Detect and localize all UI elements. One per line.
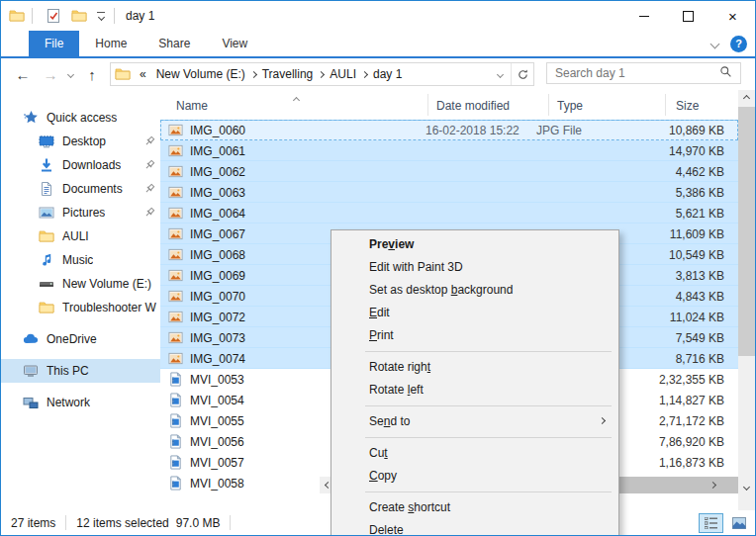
breadcrumb-chevron-icon[interactable]: [361, 70, 368, 77]
menu-item-rotate-left[interactable]: Rotate left: [331, 379, 618, 402]
menu-item-edit[interactable]: Edit: [331, 302, 618, 324]
documents-icon: [39, 181, 54, 197]
column-header-size[interactable]: Size: [676, 99, 699, 113]
address-dropdown-chevron-icon[interactable]: [489, 63, 511, 85]
menu-item-rotate-right[interactable]: Rotate right: [331, 356, 618, 379]
sidebar-item-quick-access[interactable]: Quick access: [1, 106, 160, 130]
video-file-icon: [168, 393, 183, 407]
image-file-icon: [168, 330, 183, 345]
expand-ribbon-chevron-icon[interactable]: [710, 39, 720, 48]
minimize-button[interactable]: [621, 1, 666, 31]
ribbon-tabs: FileHomeShareView: [29, 31, 263, 56]
column-divider[interactable]: [427, 94, 428, 116]
file-row-img-0063[interactable]: IMG_00635,386 KB: [160, 182, 738, 203]
breadcrumb-segment-auli[interactable]: AULI: [325, 67, 361, 81]
video-file-icon: [168, 413, 183, 428]
window-title: day 1: [126, 9, 154, 23]
title-bar: day 1 ×: [1, 1, 755, 31]
menu-item-edit-with-paint-3d[interactable]: Edit with Paint 3D: [331, 256, 618, 279]
scroll-right-icon[interactable]: [705, 477, 721, 493]
back-icon[interactable]: ←: [11, 58, 35, 90]
video-file-icon: [168, 476, 183, 491]
sidebar-item-desktop[interactable]: Desktop: [1, 130, 160, 153]
sidebar-item-auli[interactable]: AULI: [1, 224, 160, 248]
vertical-scrollbar-thumb[interactable]: [738, 107, 755, 356]
main-area: Quick accessDesktopDownloadsDocumentsPic…: [1, 90, 755, 510]
sidebar-item-label: Music: [62, 253, 93, 267]
image-file-icon: [168, 310, 183, 324]
sidebar-item-this-pc[interactable]: This PC: [1, 359, 160, 383]
breadcrumb-prefix: «: [135, 67, 151, 81]
maximize-button[interactable]: [666, 1, 710, 31]
vertical-scrollbar[interactable]: [738, 90, 755, 495]
sidebar-item-label: Pictures: [62, 206, 105, 220]
sidebar-item-new-volume-e[interactable]: New Volume (E:): [1, 272, 160, 296]
breadcrumb-segment-day-1[interactable]: day 1: [368, 67, 407, 81]
status-divider: [65, 515, 66, 530]
new-folder-icon[interactable]: [69, 6, 89, 26]
tab-file[interactable]: File: [29, 31, 79, 56]
sidebar-item-pictures[interactable]: Pictures: [1, 201, 160, 224]
column-divider[interactable]: [665, 94, 666, 116]
pin-icon: [142, 206, 156, 220]
titlebar-separator: [114, 8, 115, 24]
recent-locations-chevron-icon[interactable]: [62, 58, 78, 90]
file-size: 10,549 KB: [631, 248, 732, 262]
breadcrumb-chevron-icon[interactable]: [318, 70, 325, 77]
folder-icon: [39, 300, 54, 315]
large-icons-view-button[interactable]: [726, 513, 751, 533]
close-button[interactable]: ×: [710, 1, 755, 31]
up-icon[interactable]: ↑: [80, 58, 104, 90]
pin-icon: [142, 182, 156, 196]
forward-icon[interactable]: →: [39, 58, 62, 90]
menu-item-set-as-desktop-background[interactable]: Set as desktop background: [331, 279, 618, 302]
details-view-button[interactable]: [699, 513, 723, 533]
tab-spacer: [1, 31, 29, 56]
column-header-name[interactable]: Name: [176, 99, 208, 113]
file-name: IMG_0062: [190, 165, 425, 179]
search-icon[interactable]: [719, 65, 732, 81]
menu-item-copy[interactable]: Copy: [331, 465, 618, 488]
help-icon[interactable]: ?: [730, 36, 747, 52]
properties-icon[interactable]: [44, 6, 63, 26]
file-row-img-0061[interactable]: IMG_006114,970 KB: [160, 140, 738, 161]
downloads-icon: [39, 157, 54, 173]
menu-item-send-to[interactable]: Send to: [331, 410, 618, 433]
drive-icon: [39, 276, 54, 292]
breadcrumb-chevron-icon[interactable]: [250, 70, 257, 77]
file-size: 11,609 KB: [631, 227, 732, 241]
customize-toolbar-chevron-icon[interactable]: [93, 12, 109, 20]
column-header-date-modified[interactable]: Date modified: [436, 99, 510, 113]
menu-item-delete[interactable]: Delete: [331, 519, 618, 536]
menu-item-preview[interactable]: Preview: [331, 233, 618, 256]
sidebar-item-downloads[interactable]: Downloads: [1, 153, 160, 177]
breadcrumb-segment-travelling[interactable]: Travelling: [257, 67, 319, 81]
tab-share[interactable]: Share: [142, 31, 206, 56]
column-header-type[interactable]: Type: [557, 99, 583, 113]
refresh-icon[interactable]: [511, 63, 533, 85]
file-name: IMG_0061: [190, 144, 425, 158]
pin-icon: [142, 158, 156, 172]
sidebar-item-onedrive[interactable]: OneDrive: [1, 327, 160, 351]
breadcrumb[interactable]: « New Volume (E:)TravellingAULIday 1: [110, 62, 534, 86]
sidebar-item-music[interactable]: Music: [1, 248, 160, 272]
menu-item-cut[interactable]: Cut: [331, 442, 618, 465]
breadcrumb-segment-new-volume-e[interactable]: New Volume (E:): [151, 67, 250, 81]
tab-home[interactable]: Home: [79, 31, 142, 56]
file-row-img-0064[interactable]: IMG_00645,621 KB: [160, 203, 738, 223]
file-size: 11,024 KB: [631, 311, 732, 324]
search-input[interactable]: Search day 1: [546, 62, 741, 84]
scroll-up-icon[interactable]: [738, 90, 755, 107]
file-row-img-0062[interactable]: IMG_00624,462 KB: [160, 161, 738, 182]
menu-item-print[interactable]: Print: [331, 324, 618, 347]
folder-icon: [115, 66, 131, 82]
sidebar-item-network[interactable]: Network: [1, 391, 160, 414]
tab-view[interactable]: View: [206, 31, 263, 56]
sort-ascending-icon: [294, 92, 299, 106]
menu-item-create-shortcut[interactable]: Create shortcut: [331, 496, 618, 519]
sidebar-item-troubleshooter-wor[interactable]: Troubleshooter Wor: [1, 296, 160, 319]
column-divider[interactable]: [548, 94, 549, 116]
menu-separator: [365, 405, 612, 406]
sidebar-item-documents[interactable]: Documents: [1, 177, 160, 201]
file-row-img-0060[interactable]: IMG_006016-02-2018 15:22JPG File10,869 K…: [160, 120, 738, 140]
